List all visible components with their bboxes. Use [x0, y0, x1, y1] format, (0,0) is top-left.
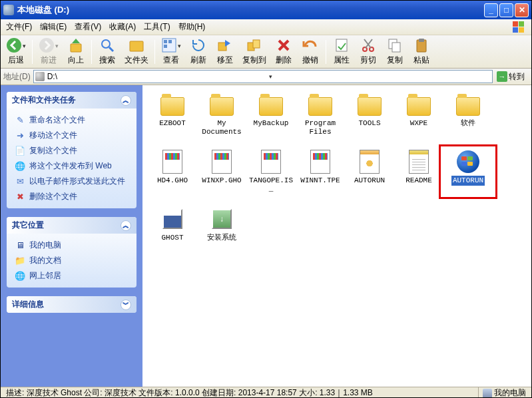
search-button[interactable]: 搜索 [94, 36, 121, 67]
minimize-button[interactable]: _ [484, 3, 498, 17]
address-input[interactable]: D:\ ▾ [33, 70, 493, 83]
file-label: WINNT.TPE [299, 176, 341, 186]
svg-point-0 [7, 38, 21, 53]
task-label: 将这个文件发布到 Web [29, 160, 112, 172]
menu-file[interactable]: 文件(F) [2, 20, 36, 34]
file-item[interactable]: WINNT.TPE [296, 149, 345, 194]
tasks-panel-header[interactable]: 文件和文件夹任务 ︽ [7, 92, 136, 108]
places-panel-header[interactable]: 其它位置 ︽ [7, 217, 136, 234]
maximize-button[interactable]: □ [499, 3, 513, 17]
toolbar-label: 前进 [41, 55, 57, 66]
separator [326, 40, 326, 64]
delete-button[interactable]: 删除 [270, 36, 297, 67]
task-item[interactable]: ✎重命名这个文件 [13, 112, 130, 128]
menu-edit[interactable]: 编辑(E) [36, 20, 71, 34]
toolbar-label: 搜索 [99, 55, 115, 66]
file-item[interactable]: TANGOPE.IS_ [246, 149, 296, 194]
title-bar: 本地磁盘 (D:) _ □ ✕ [1, 1, 531, 19]
svg-point-3 [102, 40, 110, 48]
file-item[interactable]: MyBackup [246, 92, 296, 137]
address-label: 地址(D) [3, 71, 31, 83]
paste-button[interactable]: 粘贴 [408, 36, 435, 67]
file-label: AUTORUN [353, 176, 386, 186]
folder-icon [358, 97, 382, 116]
file-item[interactable]: TOOLS [345, 92, 394, 137]
file-label: EZBOOT [158, 118, 187, 128]
toolbar: ▾后退 ▾前进 向上 搜索 文件夹 ▾查看 刷新 移至 复制到 删除 撤销 属性… [1, 35, 531, 69]
file-label: 软件 [459, 118, 477, 128]
drive-icon [35, 72, 45, 81]
address-value: D:\ [47, 72, 268, 81]
install-exe-icon [212, 209, 232, 229]
folder-icon [308, 97, 332, 116]
task-item[interactable]: 📄复制这个文件 [13, 143, 130, 158]
back-button[interactable]: ▾后退 [2, 36, 30, 67]
sidebar: 文件和文件夹任务 ︽ ✎重命名这个文件➜移动这个文件📄复制这个文件🌐将这个文件发… [1, 85, 142, 387]
go-icon: → [497, 71, 507, 82]
menu-bar: 文件(F) 编辑(E) 查看(V) 收藏(A) 工具(T) 帮助(H) [1, 19, 531, 35]
place-item[interactable]: 🖥我的电脑 [13, 238, 130, 253]
place-icon: 🖥 [15, 240, 25, 251]
folders-button[interactable]: 文件夹 [121, 36, 152, 67]
separator [154, 40, 155, 64]
menu-view[interactable]: 查看(V) [71, 20, 105, 34]
status-location-label: 我的电脑 [494, 387, 526, 398]
toolbar-label: 刷新 [190, 55, 206, 66]
task-item[interactable]: 🌐将这个文件发布到 Web [13, 158, 130, 174]
undo-button[interactable]: 撤销 [297, 36, 324, 67]
place-label: 网上邻居 [29, 270, 61, 282]
place-icon: 🌐 [15, 271, 25, 282]
file-item[interactable]: Program Files [296, 92, 345, 137]
task-icon: ✎ [15, 115, 25, 126]
toolbar-label: 粘贴 [413, 55, 429, 66]
file-item[interactable]: 安装系统 [197, 206, 246, 243]
copy-to-button[interactable]: 复制到 [238, 36, 270, 67]
close-button[interactable]: ✕ [515, 3, 529, 17]
task-label: 删除这个文件 [29, 191, 77, 202]
view-button[interactable]: ▾查看 [157, 36, 185, 67]
task-icon: ✉ [15, 176, 25, 187]
properties-button[interactable]: 属性 [328, 36, 355, 67]
up-button[interactable]: 向上 [63, 36, 89, 67]
svg-rect-9 [164, 45, 167, 48]
file-item[interactable]: AUTORUN [443, 149, 493, 194]
place-item[interactable]: 📁我的文档 [13, 253, 130, 268]
details-panel-header[interactable]: 详细信息 ︾ [7, 296, 136, 313]
file-label: WXPE [409, 118, 429, 128]
panel-title: 文件和文件夹任务 [12, 95, 76, 106]
file-item[interactable]: README [394, 149, 443, 194]
move-to-button[interactable]: 移至 [212, 36, 238, 67]
copy-button[interactable]: 复制 [382, 36, 408, 67]
svg-rect-8 [168, 40, 172, 43]
menu-tools[interactable]: 工具(T) [140, 20, 174, 34]
refresh-button[interactable]: 刷新 [185, 36, 212, 67]
task-item[interactable]: ✉以电子邮件形式发送此文件 [13, 174, 130, 189]
file-item[interactable]: HD4.GHO [148, 149, 197, 194]
separator [32, 40, 33, 64]
txt-file-icon [409, 150, 429, 174]
file-view[interactable]: EZBOOTMy DocumentsMyBackupProgram FilesT… [142, 85, 531, 387]
svg-rect-12 [253, 40, 260, 48]
task-item[interactable]: ➜移动这个文件 [13, 128, 130, 143]
file-item[interactable]: WINXP.GHO [197, 149, 246, 194]
place-item[interactable]: 🌐网上邻居 [13, 268, 130, 284]
svg-rect-23 [419, 39, 424, 42]
menu-favorites[interactable]: 收藏(A) [105, 20, 140, 34]
cut-button[interactable]: 剪切 [355, 36, 382, 67]
file-item[interactable]: 软件 [443, 92, 493, 137]
task-item[interactable]: ✖删除这个文件 [13, 189, 130, 204]
file-item[interactable]: AUTORUN [345, 149, 394, 194]
menu-help[interactable]: 帮助(H) [174, 20, 210, 34]
file-item[interactable]: EZBOOT [148, 92, 197, 137]
status-description: 描述: 深度技术 Ghost 公司: 深度技术 文件版本: 1.0.0.0 创建… [3, 387, 376, 398]
go-button[interactable]: → 转到 [493, 71, 529, 83]
file-label: My Documents [197, 118, 246, 137]
address-dropdown-icon[interactable]: ▾ [268, 73, 491, 80]
file-item[interactable]: WXPE [394, 92, 443, 137]
file-item[interactable]: My Documents [197, 92, 246, 137]
ghost-exe-icon [162, 209, 182, 229]
file-label: HD4.GHO [156, 176, 189, 186]
is-file-icon [261, 150, 281, 174]
forward-button: ▾前进 [35, 36, 63, 67]
file-item[interactable]: GHOST [148, 206, 197, 243]
